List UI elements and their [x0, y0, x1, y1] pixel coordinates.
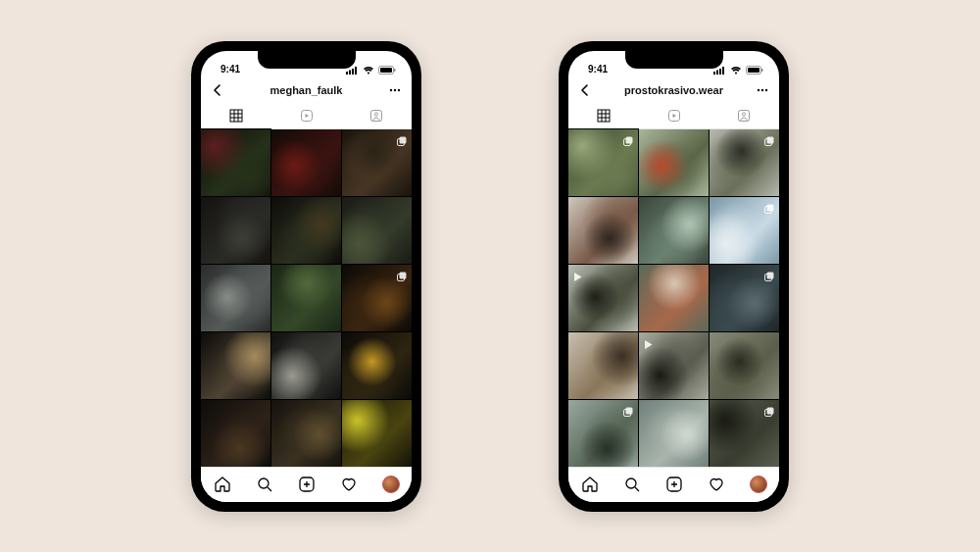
- profile-tabs: [201, 104, 412, 129]
- back-button[interactable]: [211, 83, 224, 97]
- post-thumbnail[interactable]: [342, 197, 412, 264]
- post-thumbnail[interactable]: [201, 265, 270, 331]
- post-thumbnail[interactable]: [568, 197, 638, 264]
- svg-rect-18: [400, 136, 407, 143]
- post-thumbnail[interactable]: [710, 400, 779, 467]
- post-thumbnail[interactable]: [568, 265, 638, 331]
- profile-username[interactable]: meghan_faulk: [270, 84, 343, 96]
- post-thumbnail[interactable]: [201, 400, 270, 467]
- post-thumbnail[interactable]: [639, 400, 709, 467]
- svg-rect-3: [355, 67, 357, 75]
- phone-screen: 9:41 meghan_faulk: [201, 51, 412, 502]
- svg-rect-5: [380, 68, 392, 73]
- post-thumbnail[interactable]: [271, 129, 341, 196]
- post-thumbnail[interactable]: [342, 400, 412, 467]
- wifi-icon: [730, 66, 742, 75]
- svg-line-23: [268, 487, 271, 491]
- svg-line-58: [635, 487, 639, 491]
- nav-search[interactable]: [255, 475, 274, 494]
- phone-notch: [258, 51, 356, 69]
- carousel-icon: [764, 201, 775, 212]
- more-options-button[interactable]: [756, 83, 769, 97]
- carousel-icon: [623, 133, 634, 144]
- post-thumbnail[interactable]: [271, 197, 341, 264]
- post-thumbnail[interactable]: [342, 265, 412, 331]
- svg-point-34: [758, 88, 760, 90]
- svg-point-7: [390, 88, 392, 90]
- post-thumbnail[interactable]: [639, 332, 709, 399]
- post-thumbnail[interactable]: [271, 332, 341, 399]
- tab-tagged[interactable]: [709, 104, 779, 128]
- post-thumbnail[interactable]: [568, 332, 638, 399]
- back-button[interactable]: [578, 83, 592, 97]
- carousel-icon: [397, 269, 408, 279]
- post-thumbnail[interactable]: [201, 197, 270, 264]
- post-thumbnail[interactable]: [639, 197, 709, 264]
- svg-rect-47: [767, 136, 774, 143]
- svg-rect-20: [400, 272, 407, 278]
- post-thumbnail[interactable]: [342, 332, 412, 399]
- svg-rect-45: [626, 136, 633, 143]
- tab-grid[interactable]: [568, 104, 639, 128]
- post-thumbnail[interactable]: [271, 265, 341, 331]
- svg-point-35: [761, 88, 763, 90]
- tab-reels[interactable]: [271, 104, 342, 128]
- tab-tagged[interactable]: [341, 104, 412, 128]
- svg-point-9: [398, 88, 400, 90]
- nav-create[interactable]: [297, 475, 317, 494]
- carousel-icon: [764, 133, 775, 144]
- nav-profile[interactable]: [381, 475, 401, 494]
- bottom-nav: [201, 467, 412, 502]
- svg-rect-37: [598, 110, 610, 122]
- phone-mockup-1: 9:41 meghan_faulk: [191, 41, 421, 512]
- profile-header: prostokrasivo.wear: [568, 76, 779, 104]
- nav-create[interactable]: [664, 475, 684, 494]
- nav-home[interactable]: [213, 475, 232, 494]
- avatar: [382, 476, 400, 493]
- more-options-button[interactable]: [388, 83, 402, 97]
- status-time: 9:41: [588, 64, 608, 75]
- nav-activity[interactable]: [707, 475, 726, 494]
- phone-screen: 9:41 prostokrasivo.wear: [568, 51, 779, 502]
- post-thumbnail[interactable]: [271, 400, 341, 467]
- post-grid: [201, 129, 412, 467]
- post-thumbnail[interactable]: [568, 400, 638, 467]
- carousel-icon: [764, 404, 775, 415]
- tab-reels[interactable]: [639, 104, 710, 128]
- profile-header: meghan_faulk: [201, 76, 412, 104]
- post-thumbnail[interactable]: [639, 129, 709, 196]
- nav-profile[interactable]: [749, 475, 768, 494]
- svg-rect-55: [767, 407, 774, 414]
- post-thumbnail[interactable]: [568, 129, 638, 196]
- post-thumbnail[interactable]: [201, 332, 270, 399]
- svg-rect-28: [716, 70, 718, 75]
- carousel-icon: [623, 404, 634, 415]
- post-thumbnail[interactable]: [710, 129, 779, 196]
- svg-rect-2: [352, 69, 354, 75]
- nav-activity[interactable]: [339, 475, 359, 494]
- svg-point-57: [626, 478, 636, 488]
- profile-username[interactable]: prostokrasivo.wear: [624, 84, 723, 96]
- post-thumbnail[interactable]: [342, 129, 412, 196]
- svg-rect-10: [230, 110, 242, 122]
- nav-home[interactable]: [580, 475, 600, 494]
- svg-rect-53: [626, 407, 633, 414]
- post-thumbnail[interactable]: [639, 265, 709, 331]
- svg-point-17: [375, 113, 378, 116]
- battery-icon: [746, 66, 763, 75]
- battery-icon: [378, 66, 396, 75]
- post-thumbnail[interactable]: [710, 197, 779, 264]
- svg-rect-33: [761, 69, 763, 72]
- svg-rect-6: [394, 69, 396, 72]
- post-thumbnail[interactable]: [710, 332, 779, 399]
- carousel-icon: [397, 133, 408, 144]
- svg-point-22: [259, 478, 269, 488]
- post-thumbnail[interactable]: [710, 265, 779, 331]
- status-time: 9:41: [220, 64, 240, 75]
- tab-grid[interactable]: [201, 104, 271, 128]
- svg-rect-29: [719, 69, 721, 75]
- post-thumbnail[interactable]: [201, 129, 270, 196]
- svg-rect-1: [349, 70, 351, 75]
- nav-search[interactable]: [622, 475, 642, 494]
- svg-rect-30: [722, 67, 724, 75]
